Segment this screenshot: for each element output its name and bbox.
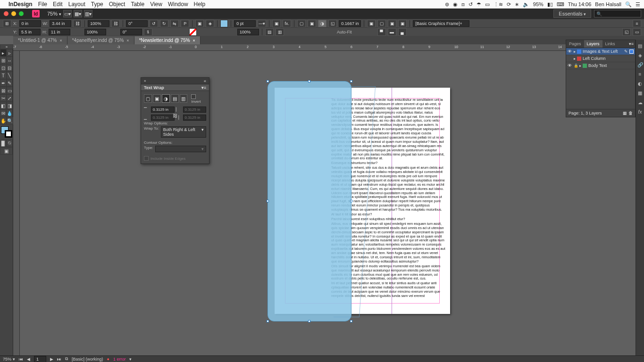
scale-y-field[interactable]: 100%	[84, 29, 106, 35]
menu-type[interactable]: Type	[91, 1, 103, 8]
constrain-scale-icon[interactable]: ⛓	[111, 20, 120, 27]
pencil-tool-icon[interactable]: ✎	[7, 79, 13, 87]
reference-point-locator[interactable]: ⊞	[3, 20, 11, 27]
color-panel-icon[interactable]: ◐	[637, 80, 644, 87]
status-cc-icon[interactable]: ⊚	[445, 1, 449, 8]
menu-object[interactable]: Object	[109, 1, 125, 8]
resize-handle[interactable]	[350, 80, 352, 82]
x-field[interactable]: 0 in	[19, 20, 41, 27]
user-name[interactable]: Ben Halsall	[595, 1, 621, 7]
fill-swatch[interactable]	[220, 20, 228, 27]
document-canvas[interactable]: Tis doloremihil incte prestiunto tecte n…	[20, 51, 644, 355]
drop-shadow-icon[interactable]: ▣	[272, 20, 281, 27]
object-style-dropdown[interactable]: [Basic Graphics Frame]+	[413, 20, 469, 27]
wrap-shape-icon[interactable]: ◑	[318, 20, 326, 27]
panel-close-bar[interactable]: ×«	[141, 78, 209, 84]
document-tab[interactable]: *4panelflyer.indd @ 75%×	[67, 36, 134, 44]
fit-frame-content-icon[interactable]: ▢	[377, 20, 386, 27]
fit-content-frame-icon[interactable]: ▣	[367, 20, 376, 27]
gradient-feather-tool-icon[interactable]: ◨	[7, 102, 13, 109]
new-layer-icon[interactable]: ▦	[623, 111, 627, 115]
line-tool-icon[interactable]: ╲	[7, 72, 13, 79]
stroke-swatch[interactable]	[189, 28, 197, 36]
menu-table[interactable]: Table	[131, 1, 144, 8]
resize-handle[interactable]	[308, 80, 310, 82]
maximize-window-icon[interactable]	[19, 11, 24, 16]
stroke-style-dropdown[interactable]: —▾	[258, 20, 266, 27]
wrap-bbox-button[interactable]: ▣	[153, 94, 161, 103]
direct-selection-tool-icon[interactable]: ▹	[7, 49, 13, 57]
cc-libraries-panel-icon[interactable]: ☁	[637, 99, 644, 106]
stroke-weight-field[interactable]: 0 pt	[234, 20, 256, 27]
status-wifi-icon[interactable]: ⋮≋	[493, 1, 503, 8]
menu-file[interactable]: File	[38, 1, 47, 8]
spotlight-icon[interactable]: 🔍	[625, 1, 632, 8]
wrap-jump-icon[interactable]: ▤	[265, 28, 274, 36]
wrap-none-button[interactable]: ▢	[144, 94, 152, 103]
status-evernote-icon[interactable]: ◉	[453, 1, 458, 8]
gap-tool-icon[interactable]: ↔	[7, 57, 13, 64]
rectangle-frame-tool-icon[interactable]: ⊠	[0, 87, 7, 94]
open-icon[interactable]: ⧉	[65, 356, 68, 362]
keyboard-icon[interactable]: ⌨	[557, 1, 564, 8]
battery-icon[interactable]: ▮▯	[547, 1, 553, 8]
offset-right-field[interactable]: 0.3125 in	[183, 115, 207, 121]
fx-icon[interactable]: fx.	[283, 20, 291, 27]
close-tab-icon[interactable]: ×	[59, 38, 62, 43]
offset-left-field[interactable]: 0.3125 in	[183, 107, 207, 113]
offset-bottom-field[interactable]: 0.3125 in	[151, 115, 175, 121]
offset-top-field[interactable]: 0.3125 in	[151, 107, 175, 113]
stroke-panel-icon[interactable]: ≡	[637, 71, 644, 77]
scale-x-field[interactable]: 100%	[88, 20, 109, 27]
disclosure-icon[interactable]: ▸	[574, 57, 576, 61]
clock[interactable]: Thu 14:06	[568, 1, 592, 7]
disclosure-icon[interactable]: ▸	[574, 49, 576, 54]
swatches-panel-icon[interactable]: ▦	[637, 90, 644, 96]
select-container-icon[interactable]: ▣	[195, 20, 204, 27]
center-content-icon[interactable]: ▣	[388, 20, 396, 27]
disclosure-icon[interactable]: ▸	[579, 64, 581, 68]
status-display-icon[interactable]: ▭	[485, 1, 490, 8]
wrap-jump-col-button[interactable]: ▥	[180, 94, 188, 103]
scissors-tool-icon[interactable]: ✂	[0, 94, 7, 102]
vertical-ruler[interactable]	[13, 51, 20, 355]
content-collector-tool-icon[interactable]: ⊡	[0, 64, 7, 72]
rotate-cw-icon[interactable]: ↻	[160, 20, 168, 27]
next-page-icon[interactable]: ▶	[50, 357, 53, 362]
status-umbrella-icon[interactable]: ☂	[477, 1, 481, 8]
resize-handle[interactable]	[350, 320, 352, 322]
panel-menu-icon[interactable]: ▾≡	[201, 85, 206, 90]
panel-collapse-icon[interactable]: «	[204, 79, 206, 83]
resize-handle[interactable]	[267, 80, 269, 82]
notifications-icon[interactable]: ☰	[636, 1, 640, 8]
fit-proportional-icon[interactable]: ▣	[398, 20, 407, 27]
type-tool-icon[interactable]: T	[0, 72, 7, 79]
resize-handle[interactable]	[267, 320, 269, 322]
toolbox-collapse-icon[interactable]: »	[0, 44, 13, 49]
y-field[interactable]: 5.5 in	[19, 29, 41, 35]
fx-panel-icon[interactable]: fx	[637, 108, 644, 115]
pages-panel-icon[interactable]: ▤	[637, 42, 644, 49]
selection-tool-icon[interactable]: ▸	[0, 49, 7, 57]
zoom-tool-icon[interactable]: 🔍	[7, 117, 13, 124]
apply-none-icon[interactable]: ⦰	[7, 140, 13, 147]
apply-color-icon[interactable]: ▉	[0, 140, 7, 147]
opacity-field[interactable]: 100%	[237, 29, 259, 35]
flip-h-icon[interactable]: ⇋	[170, 20, 179, 27]
status-bluetooth-icon[interactable]: ∗	[515, 1, 519, 8]
gradient-swatch-tool-icon[interactable]: ◧	[0, 102, 7, 109]
workspace-switcher[interactable]: Essentials	[553, 9, 591, 18]
w-field[interactable]: 3.44 in	[50, 20, 71, 27]
layers-tab[interactable]: Layers	[584, 40, 602, 48]
panel-menu-icon[interactable]: ▾≡	[627, 40, 635, 48]
close-window-icon[interactable]	[4, 11, 8, 16]
document-tab[interactable]: *Newsletter.indd @ 75%×	[134, 36, 201, 44]
wrap-shape-button[interactable]: ◑	[162, 94, 170, 103]
zoom-level-dropdown[interactable]: 75%	[47, 11, 61, 16]
free-transform-tool-icon[interactable]: ⤢	[7, 94, 13, 102]
link-offsets-icon[interactable]: ⛓	[173, 113, 177, 118]
status-sync-icon[interactable]: ↺	[468, 1, 473, 8]
rotate-ccw-icon[interactable]: ↺	[150, 20, 158, 27]
horizontal-ruler[interactable]: -7-6-5-4-3-2-1012345678910111213141516	[13, 44, 644, 51]
preflight-status[interactable]: [Basic] (working)	[72, 357, 103, 362]
